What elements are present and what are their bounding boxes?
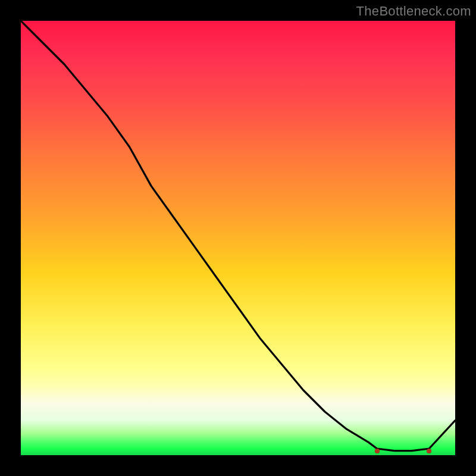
chart-overlay [21, 21, 455, 455]
bottleneck-curve [21, 21, 455, 451]
flat-region-end-dot [427, 449, 431, 453]
flat-region-start-dot [375, 449, 380, 453]
plot-area [21, 21, 455, 455]
chart-stage: TheBottleneck.com [0, 0, 476, 476]
attribution-label: TheBottleneck.com [356, 4, 471, 19]
